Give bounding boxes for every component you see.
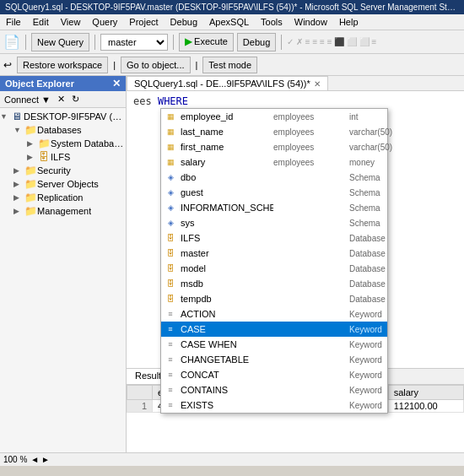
tree-item-databases[interactable]: ▼ 📁 Databases [0,123,126,137]
ac-type-12: Database [349,295,408,304]
database-selector[interactable]: master [100,34,168,51]
ac-type-8: Database [349,234,408,243]
menu-apexsql[interactable]: ApexSQL [207,16,251,28]
ilfs-icon: 🗄 [37,151,51,163]
ac-name-9: master [181,248,273,258]
tree-item-security[interactable]: ▶ 📁 Security [0,164,126,177]
ac-name-7: sys [181,218,273,228]
ac-icon-table1: ▦ [164,125,177,138]
ac-name-16: CHANGETABLE [181,354,273,365]
replication-icon: 📁 [24,192,37,203]
ac-item-13[interactable]: ≡ ACTION Keyword [161,306,387,322]
main-area: Object Explorer ✕ Connect ▼ ✕ ↻ ▼ 🖥 DESK… [0,76,464,452]
tree-item-server-objects[interactable]: ▶ 📁 Server Objects [0,177,126,191]
ac-icon-kw3: ≡ [164,353,177,366]
ac-item-18[interactable]: ≡ CONTAINS Keyword [161,382,387,398]
ac-name-12: tempdb [181,294,273,304]
ac-icon-table2: ▦ [164,140,177,154]
execute-button[interactable]: ▶ Execute [179,33,234,51]
ac-name-1: last_name [181,127,273,137]
test-mode-button[interactable]: Test mode [202,57,257,73]
ac-name-8: ILFS [181,233,273,243]
menu-debug[interactable]: Debug [168,16,200,28]
menu-edit[interactable]: Edit [30,16,51,28]
menu-view[interactable]: View [58,16,84,28]
play-icon: ▶ [185,36,192,46]
ac-item-3[interactable]: ▦ salary employees money [161,154,387,170]
connect-button[interactable]: Connect ▼ [2,93,53,105]
menu-file[interactable]: File [3,16,24,28]
title-text: SQLQuery1.sql - DESKTOP-9IF5PAV.master (… [5,3,459,12]
ac-icon-db3: 🗄 [164,277,177,290]
menu-project[interactable]: Project [127,16,160,28]
ac-type-7: Schema [349,219,408,228]
ac-owner-1: employees [273,127,349,137]
ac-name-2: first_name [181,142,273,152]
security-icon: 📁 [24,165,37,176]
tree-item-management[interactable]: ▶ 📁 Management [0,204,126,218]
menu-query[interactable]: Query [89,16,120,28]
new-query-icon: 📄 [3,34,20,50]
debug-button[interactable]: Debug [237,33,276,51]
ac-type-11: Database [349,279,408,289]
ac-item-6[interactable]: ◈ INFORMATION_SCHEMA Schema [161,200,387,215]
go-to-object-button[interactable]: Go to object... [121,57,190,73]
ac-item-11[interactable]: 🗄 msdb Database [161,276,387,291]
disconnect-button[interactable]: ✕ [55,93,67,105]
toolbar-separator-1 [25,35,26,50]
ac-owner-2: employees [273,143,349,152]
title-bar: SQLQuery1.sql - DESKTOP-9IF5PAV.master (… [0,0,464,14]
ac-owner-0: employees [273,112,349,122]
tree-item-replication[interactable]: ▶ 📁 Replication [0,191,126,204]
ac-item-0[interactable]: ▦ employee_id employees int [161,109,387,124]
ac-type-5: Schema [349,188,408,197]
ac-item-1[interactable]: ▦ last_name employees varchar(50) [161,124,387,139]
ac-name-5: guest [181,187,273,197]
restore-workspace-button[interactable]: Restore workspace [17,57,108,73]
system-dbs-icon: 📁 [37,138,51,149]
ac-name-19: EXISTS [181,400,273,410]
ac-item-9[interactable]: 🗄 master Database [161,246,387,261]
tab-close-button[interactable]: ✕ [314,79,321,89]
object-explorer-close[interactable]: ✕ [112,78,121,89]
go-to-object-label: Go to object... [127,60,184,70]
ac-icon-db1: 🗄 [164,246,177,260]
menu-help[interactable]: Help [337,16,361,28]
ac-name-13: ACTION [181,309,273,319]
editor-tab-bar: SQLQuery1.sql - DE...9IF5PAV\ILFS (54))*… [127,76,464,91]
ac-type-0: int [349,112,408,122]
security-expander: ▶ [13,166,24,175]
ac-item-17[interactable]: ≡ CONCAT Keyword [161,367,387,382]
ac-item-5[interactable]: ◈ guest Schema [161,185,387,200]
menu-tools[interactable]: Tools [258,16,285,28]
ac-item-10[interactable]: 🗄 model Database [161,261,387,276]
query-tab[interactable]: SQLQuery1.sql - DE...9IF5PAV\ILFS (54))*… [127,76,328,90]
ac-item-15[interactable]: ≡ CASE WHEN Keyword [161,337,387,352]
ac-item-7[interactable]: ◈ sys Schema [161,215,387,230]
editor-container: ees WHERE ▦ employee_id employees int ▦ … [127,91,464,368]
restore-icon: ↩ [3,59,12,71]
ac-item-8[interactable]: 🗄 ILFS Database [161,230,387,246]
tree-item-system-dbs[interactable]: ▶ 📁 System Databases [0,137,126,150]
security-label: Security [37,165,71,176]
ac-item-2[interactable]: ▦ first_name employees varchar(50) [161,139,387,154]
debug-label: Debug [243,37,270,47]
ac-name-17: CONCAT [181,370,273,380]
new-query-button[interactable]: New Query [31,33,89,51]
ac-icon-schema1: ◈ [164,186,177,199]
menu-window[interactable]: Window [292,16,330,28]
refresh-button[interactable]: ↻ [69,93,82,105]
tree-item-ilfs[interactable]: ▶ 🗄 ILFS [0,150,126,164]
ac-item-12[interactable]: 🗄 tempdb Database [161,291,387,306]
menu-bar: File Edit View Query Project Debug ApexS… [0,14,464,30]
ac-item-19[interactable]: ≡ EXISTS Keyword [161,398,387,413]
toolbar-separator-3 [173,35,174,50]
system-dbs-label: System Databases [51,138,126,149]
object-explorer-title: Object Explorer ✕ [0,76,126,91]
tree-item-server[interactable]: ▼ 🖥 DESKTOP-9IF5PAV (SQL S... [0,110,126,123]
system-dbs-expander: ▶ [27,139,37,148]
ac-type-16: Keyword [349,355,408,365]
ac-item-14[interactable]: ≡ CASE Keyword [161,322,387,337]
ac-item-4[interactable]: ◈ dbo Schema [161,170,387,185]
ac-item-16[interactable]: ≡ CHANGETABLE Keyword [161,352,387,367]
